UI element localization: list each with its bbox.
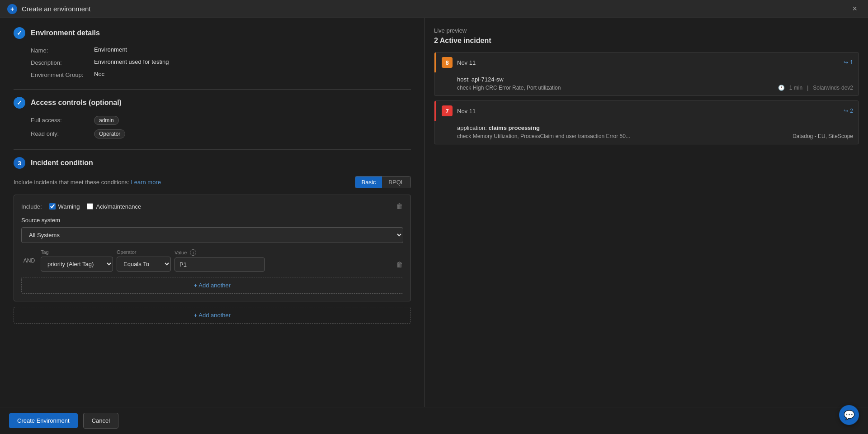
tag-operator-value-row: AND Tag priority (Alert Tag) Operator Eq…	[21, 249, 403, 272]
incident-condition-title: Incident condition	[31, 159, 93, 167]
create-environment-button[interactable]: Create Environment	[9, 413, 78, 428]
field-name: Name: Environment	[14, 46, 411, 54]
read-only-label: Read only:	[31, 129, 94, 137]
step1-badge	[14, 27, 25, 39]
incident-body-2: application: claims processing check Mem…	[434, 121, 859, 144]
clock-icon-1: 🕐	[778, 85, 785, 91]
access-controls-header: Access controls (optional)	[14, 97, 411, 109]
source-system-label: Source system	[21, 217, 403, 224]
read-only-chip: Operator	[94, 129, 125, 138]
operator-col: Operator Equals To	[117, 249, 171, 272]
dialog-title: Create an environment	[22, 5, 91, 13]
env-details-section: Environment details Name: Environment De…	[14, 27, 411, 78]
forward-count-2: 2	[850, 108, 853, 114]
env-group-label: Environment Group:	[31, 71, 94, 78]
title-bar-left: + Create an environment	[7, 4, 91, 14]
condition-box: Include: Warning Ack/maintenance 🗑	[14, 195, 411, 301]
add-another-outer-btn[interactable]: + Add another	[14, 307, 411, 324]
cancel-button[interactable]: Cancel	[83, 413, 118, 429]
incident-condition-section: 3 Incident condition Include incidents t…	[14, 157, 411, 324]
name-label: Name:	[31, 46, 94, 54]
add-another-inner-btn[interactable]: + Add another	[21, 277, 403, 294]
source-system-group: Source system All Systems	[21, 217, 403, 243]
title-bar-icon: +	[7, 4, 17, 14]
source-system-select[interactable]: All Systems	[21, 227, 403, 243]
and-label: AND	[21, 258, 37, 264]
tag-row-delete-icon[interactable]: 🗑	[396, 261, 403, 269]
warning-label: Warning	[58, 203, 80, 210]
incident-card-2: 7 Nov 11 ↪ 2 application: claims process…	[434, 100, 859, 144]
bottom-bar: Create Environment Cancel	[0, 407, 868, 434]
ack-checkbox-label[interactable]: Ack/maintenance	[87, 203, 141, 210]
field-full-access: Full access: admin	[14, 116, 411, 125]
value-info-icon[interactable]: i	[190, 249, 196, 256]
tag-col-label: Tag	[41, 249, 113, 255]
full-access-label: Full access:	[31, 116, 94, 124]
title-bar: + Create an environment ×	[0, 0, 868, 18]
severity-badge-1: 8	[442, 57, 453, 68]
incident-source-1: Solarwinds-dev2	[813, 85, 853, 91]
warning-checkbox[interactable]	[49, 203, 56, 210]
desc-label: Description:	[31, 58, 94, 66]
field-read-only: Read only: Operator	[14, 129, 411, 138]
field-env-group: Environment Group: Noc	[14, 71, 411, 78]
main-content: Environment details Name: Environment De…	[0, 18, 868, 407]
incident-forward-2: ↪ 2	[844, 108, 853, 114]
incident-meta-1: 🕐 1 min | Solarwinds-dev2	[778, 85, 853, 91]
basic-bpql-toggle: Basic BPQL	[355, 176, 411, 188]
tov-group: Tag priority (Alert Tag) Operator Equals…	[41, 249, 392, 272]
value-input[interactable]	[175, 258, 265, 272]
condition-header-row: Include incidents that meet these condit…	[14, 176, 411, 188]
desc-value: Environment used for testing	[94, 58, 169, 65]
forward-arrow-1: ↪	[844, 59, 848, 66]
name-value: Environment	[94, 46, 127, 53]
incident-check-1: check High CRC Error Rate, Port utilizat…	[457, 85, 853, 91]
condition-desc-text: Include incidents that meet these condit…	[14, 179, 129, 186]
value-col: Value i	[175, 249, 265, 272]
chat-icon: 💬	[844, 410, 855, 420]
include-label: Include:	[21, 203, 42, 210]
tag-select[interactable]: priority (Alert Tag)	[41, 257, 113, 272]
incident-host-bold-2: claims processing	[488, 124, 539, 131]
include-left: Include: Warning Ack/maintenance	[21, 203, 141, 210]
incident-host-1: host: api-7124-sw	[457, 76, 853, 83]
live-preview-label: Live preview	[434, 27, 859, 34]
env-details-title: Environment details	[31, 29, 100, 37]
basic-toggle-btn[interactable]: Basic	[355, 176, 382, 188]
incident-duration-1: 1 min	[789, 85, 802, 91]
incident-check-2: check Memory Utilization, ProcessClaim e…	[457, 133, 853, 139]
operator-col-label: Operator	[117, 249, 171, 255]
env-details-header: Environment details	[14, 27, 411, 39]
step2-badge	[14, 97, 25, 109]
tag-col: Tag priority (Alert Tag)	[41, 249, 113, 272]
incident-check-text-2: check Memory Utilization, ProcessClaim e…	[457, 133, 630, 139]
bpql-toggle-btn[interactable]: BPQL	[382, 176, 410, 188]
incident-sep-1: |	[807, 85, 808, 91]
ack-checkbox[interactable]	[87, 203, 93, 210]
step3-badge: 3	[14, 157, 25, 169]
access-controls-title: Access controls (optional)	[31, 99, 122, 107]
divider-2	[14, 149, 411, 150]
warning-checkbox-label[interactable]: Warning	[49, 203, 80, 210]
learn-more-link[interactable]: Learn more	[131, 179, 160, 186]
incident-body-1: host: api-7124-sw check High CRC Error R…	[434, 72, 859, 95]
incident-date-1: Nov 11	[457, 59, 839, 66]
env-group-value: Noc	[94, 71, 104, 77]
incident-condition-header: 3 Incident condition	[14, 157, 411, 169]
condition-delete-icon[interactable]: 🗑	[396, 202, 403, 210]
right-panel: Live preview 2 Active incident 8 Nov 11 …	[425, 18, 868, 407]
close-button[interactable]: ×	[849, 2, 861, 15]
value-col-label: Value i	[175, 249, 265, 256]
ack-label: Ack/maintenance	[96, 203, 141, 210]
severity-badge-2: 7	[442, 105, 453, 116]
field-description: Description: Environment used for testin…	[14, 58, 411, 66]
forward-arrow-2: ↪	[844, 108, 848, 114]
left-panel: Environment details Name: Environment De…	[0, 18, 425, 407]
incident-card-1-header: 8 Nov 11 ↪ 1	[434, 52, 859, 72]
incident-source-2: Datadog - EU, SiteScope	[793, 133, 853, 139]
incident-check-text-1: check High CRC Error Rate, Port utilizat…	[457, 85, 561, 91]
include-row: Include: Warning Ack/maintenance 🗑	[21, 202, 403, 210]
chat-fab[interactable]: 💬	[839, 405, 859, 425]
divider-1	[14, 89, 411, 90]
operator-select[interactable]: Equals To	[117, 257, 171, 272]
